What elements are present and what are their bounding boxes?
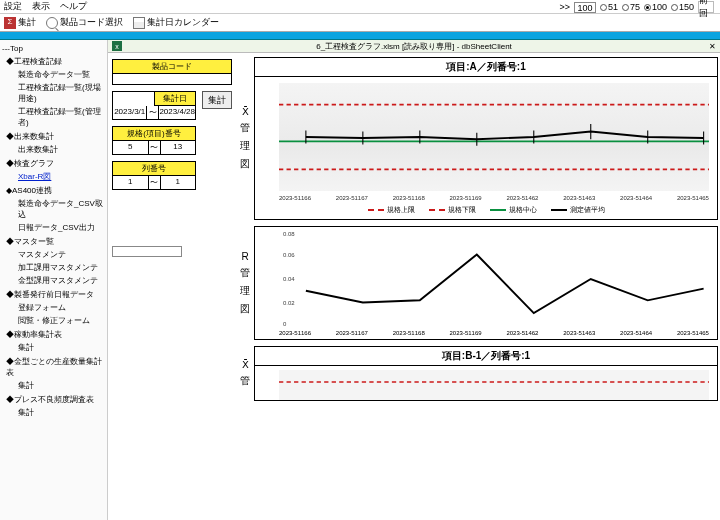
filter-panel: 製品コード 集計日 2023/3/1 〜 2023/4/28 (108, 53, 236, 520)
sidebar-item[interactable]: 工程検査記録一覧(管理者) (18, 106, 105, 128)
sidebar-item[interactable]: 集計 (18, 407, 105, 418)
sidebar-group-3[interactable]: ◆AS400連携 (6, 185, 105, 196)
menu-settings[interactable]: 設定 (4, 0, 22, 13)
sidebar-group-4[interactable]: ◆マスター覧 (6, 236, 105, 247)
chart3-plot (279, 370, 709, 400)
sidebar-group-5[interactable]: ◆製番発行前日報データ (6, 289, 105, 300)
calendar-icon (133, 17, 145, 29)
sidebar-top[interactable]: ---Top (2, 44, 105, 53)
sidebar-group-8[interactable]: ◆プレス不良頻度調査表 (6, 394, 105, 405)
filter-spec: 規格(項目)番号 5 〜 13 (112, 126, 196, 155)
sidebar-item[interactable]: 集計 (18, 380, 105, 391)
chart-xbar: 項目:A／列番号:1 (254, 57, 718, 220)
chart1-title: 項目:A／列番号:1 (255, 58, 717, 77)
chart2-axis-label: R管理図 (236, 226, 254, 340)
filter-code: 製品コード (112, 59, 232, 85)
filter-spec-from[interactable]: 5 (113, 141, 149, 154)
sidebar-item[interactable]: 集計 (18, 342, 105, 353)
toolbar-aggregate[interactable]: Σ 集計 (4, 16, 36, 29)
filter-spec-to[interactable]: 13 (161, 141, 196, 154)
aggregate-button[interactable]: 集計 (202, 91, 232, 109)
accent-bar (0, 32, 720, 40)
filter-code-caption: 製品コード (113, 60, 231, 74)
sidebar-item[interactable]: 加工課用マスタメンテ (18, 262, 105, 273)
chart3-axis-label: X̄管 (236, 346, 254, 401)
sidebar-group-0[interactable]: ◆工程検査記録 (6, 56, 105, 67)
doc-header: x 6_工程検査グラフ.xlsm [読み取り専用] - dbSheetClien… (108, 40, 720, 53)
filter-date-caption: 集計日 (155, 92, 196, 106)
zoom-75[interactable]: 75 (622, 2, 640, 12)
charts-area: X̄管理図 項目:A／列番号:1 (236, 53, 720, 520)
zoom-controls: >> 100 51 75 100 150 前回 (559, 1, 714, 13)
filter-spec-caption: 規格(項目)番号 (113, 127, 195, 141)
doc-app: dbSheetClient (462, 42, 512, 51)
toolbar-select-code[interactable]: 製品コード選択 (46, 16, 123, 29)
sidebar: ---Top ◆工程検査記録 製造命令データ一覧 工程検査記録一覧(現場用途) … (0, 40, 108, 520)
search-icon (46, 17, 58, 29)
chart3-title: 項目:B-1／列番号:1 (255, 347, 717, 366)
filter-col-to[interactable]: 1 (161, 176, 196, 189)
sigma-icon: Σ (4, 17, 16, 29)
sidebar-item[interactable]: 閲覧・修正フォーム (18, 315, 105, 326)
filter-date-from[interactable]: 2023/3/1 (113, 106, 147, 119)
chart2-plot: 0.080.060.040.020 2023-511662023-5116720… (279, 231, 709, 327)
excel-icon: x (112, 41, 122, 51)
sidebar-item[interactable]: マスタメンテ (18, 249, 105, 260)
filter-col: 列番号 1 〜 1 (112, 161, 196, 190)
zoom-value[interactable]: 100 (574, 2, 596, 13)
filter-col-from[interactable]: 1 (113, 176, 149, 189)
sidebar-item[interactable]: 工程検査記録一覧(現場用途) (18, 82, 105, 104)
sidebar-item[interactable]: 出来数集計 (18, 144, 105, 155)
sidebar-group-6[interactable]: ◆稼動率集計表 (6, 329, 105, 340)
filter-col-caption: 列番号 (113, 162, 195, 176)
sidebar-item[interactable]: 製造命令データ_CSV取込 (18, 198, 105, 220)
restore-button[interactable]: 前回 (698, 1, 714, 13)
chart-xbar-b1: 項目:B-1／列番号:1 (254, 346, 718, 401)
chart1-axis-label: X̄管理図 (236, 57, 254, 220)
cell-selector[interactable] (112, 246, 182, 257)
close-icon[interactable]: ✕ (709, 42, 716, 51)
toolbar: Σ 集計 製品コード選択 集計日カレンダー (0, 14, 720, 32)
doc-filename: 6_工程検査グラフ.xlsm (316, 41, 400, 52)
sidebar-item[interactable]: 製造命令データ一覧 (18, 69, 105, 80)
doc-mode: [読み取り専用] (402, 41, 454, 52)
zoom-100[interactable]: 100 (644, 2, 667, 12)
zoom-150[interactable]: 150 (671, 2, 694, 12)
chart1-plot: 2023-511662023-511672023-511682023-51169… (279, 83, 709, 191)
zoom-51[interactable]: 51 (600, 2, 618, 12)
sidebar-item[interactable]: 登録フォーム (18, 302, 105, 313)
sidebar-group-2[interactable]: ◆検査グラフ (6, 158, 105, 169)
sidebar-item-current[interactable]: Xbar-R図 (18, 171, 105, 182)
menubar: 設定 表示 ヘルプ >> 100 51 75 100 150 前回 (0, 0, 720, 14)
filter-date: 集計日 2023/3/1 〜 2023/4/28 (112, 91, 196, 120)
filter-date-to[interactable]: 2023/4/28 (159, 106, 195, 119)
sidebar-item[interactable]: 日報データ_CSV出力 (18, 222, 105, 233)
chart-r: 0.080.060.040.020 2023-511662023-5116720… (254, 226, 718, 340)
menu-view[interactable]: 表示 (32, 0, 50, 13)
toolbar-calendar[interactable]: 集計日カレンダー (133, 16, 219, 29)
sidebar-item[interactable]: 金型課用マスタメンテ (18, 275, 105, 286)
sidebar-group-7[interactable]: ◆金型ごとの生産数量集計表 (6, 356, 105, 378)
sidebar-group-1[interactable]: ◆出来数集計 (6, 131, 105, 142)
filter-code-value[interactable] (113, 74, 231, 84)
menu-help[interactable]: ヘルプ (60, 0, 87, 13)
